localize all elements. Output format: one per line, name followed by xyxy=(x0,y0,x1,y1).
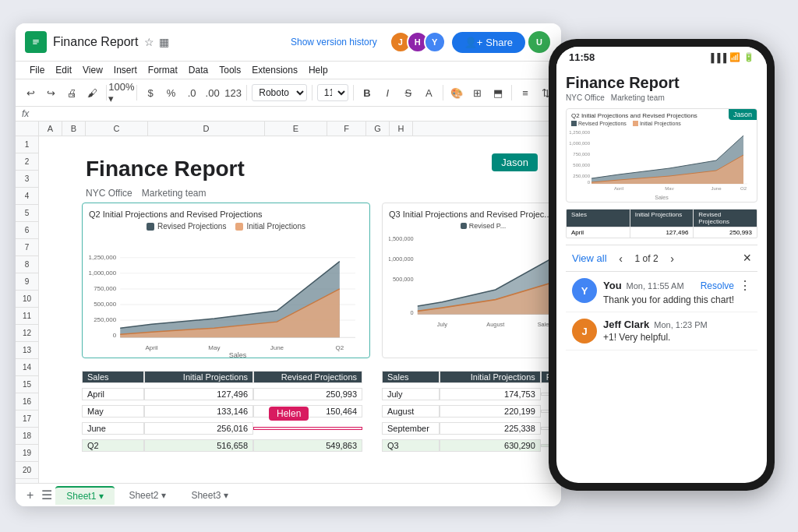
dt-q3-row-september[interactable]: September 225,338 xyxy=(382,420,561,437)
rh-11[interactable]: 11 xyxy=(16,308,38,325)
currency-button[interactable]: $ xyxy=(142,83,160,103)
rh-1[interactable]: 1 xyxy=(16,136,38,153)
menu-extensions[interactable]: Extensions xyxy=(247,63,302,77)
decimal-dec-button[interactable]: .0 xyxy=(183,83,201,103)
rh-14[interactable]: 14 xyxy=(16,359,38,376)
title-icons: ☆ ▦ xyxy=(144,36,169,48)
zoom-button[interactable]: 100% ▾ xyxy=(111,83,132,103)
rh-12[interactable]: 12 xyxy=(16,325,38,342)
italic-button[interactable]: I xyxy=(379,83,397,103)
dt-row-april[interactable]: April 127,496 250,993 xyxy=(82,386,370,403)
dt-cell-april-revised: 250,993 xyxy=(253,388,362,400)
undo-button[interactable]: ↩ xyxy=(22,83,40,103)
scene: Finance Report ☆ ▦ Show version history … xyxy=(0,0,798,532)
legend-initial: Initial Projections xyxy=(235,222,305,231)
comment-more-button[interactable]: ⋮ xyxy=(739,278,751,293)
menu-format[interactable]: Format xyxy=(143,63,182,77)
sheet-tabs: + ☰ Sheet1 ▾ Sheet2 ▾ Sheet3 ▾ xyxy=(16,483,561,506)
prev-comment-button[interactable]: ‹ xyxy=(613,251,629,266)
font-select[interactable]: Roboto xyxy=(252,84,307,101)
phone-mini-row-april[interactable]: April 127,496 250,993 xyxy=(567,227,757,238)
dt-q3-row-july[interactable]: July 174,753 xyxy=(382,386,561,403)
separator-1 xyxy=(106,85,107,100)
menu-file[interactable]: File xyxy=(25,63,49,77)
star-icon[interactable]: ☆ xyxy=(144,36,154,48)
rh-4[interactable]: 4 xyxy=(16,188,38,205)
merge-button[interactable]: ⬒ xyxy=(489,83,507,103)
menu-edit[interactable]: Edit xyxy=(51,63,76,77)
decimal-inc-button[interactable]: .00 xyxy=(203,83,221,103)
menu-tools[interactable]: Tools xyxy=(214,63,245,77)
dt-q3-row-august[interactable]: August 220,199 xyxy=(382,403,561,420)
col-header-g[interactable]: G xyxy=(366,122,390,136)
col-header-h[interactable]: H xyxy=(390,122,413,136)
rh-8[interactable]: 8 xyxy=(16,256,38,273)
fill-color-button[interactable]: 🎨 xyxy=(447,83,465,103)
avatar-3: Y xyxy=(424,31,446,53)
menu-help[interactable]: Help xyxy=(304,63,333,77)
rh-6[interactable]: 6 xyxy=(16,222,38,239)
align-button[interactable]: ≡ xyxy=(517,83,535,103)
resolve-button[interactable]: Resolve xyxy=(701,280,734,291)
comment-item-you: Y You Mon, 11:55 AM Resolve ⋮ Thank you … xyxy=(566,272,757,312)
rh-20[interactable]: 20 xyxy=(16,462,38,479)
comment-avatar-you: Y xyxy=(572,278,597,303)
col-header-f[interactable]: F xyxy=(327,122,366,136)
sheet-list-button[interactable]: ☰ xyxy=(41,488,52,502)
rh-15[interactable]: 15 xyxy=(16,376,38,393)
share-button[interactable]: 👤+ Share xyxy=(452,32,525,53)
paint-format-button[interactable]: 🖌 xyxy=(84,83,102,103)
version-history-link[interactable]: Show version history xyxy=(291,37,377,48)
strikethrough-button[interactable]: S xyxy=(400,83,418,103)
next-comment-button[interactable]: › xyxy=(665,251,680,266)
dt-q3-row-q3[interactable]: Q3 630,290 xyxy=(382,437,561,454)
rh-9[interactable]: 9 xyxy=(16,273,38,291)
print-button[interactable]: 🖨 xyxy=(63,83,81,103)
view-all-link[interactable]: View all xyxy=(572,252,607,264)
sheet-tab-1[interactable]: Sheet1 ▾ xyxy=(55,486,115,505)
rh-10[interactable]: 10 xyxy=(16,291,38,308)
dt-q3-cell-september-initial: 225,338 xyxy=(440,422,540,435)
bold-button[interactable]: B xyxy=(358,83,376,103)
sheet-tab-3[interactable]: Sheet3 ▾ xyxy=(180,487,239,504)
rh-16[interactable]: 16 xyxy=(16,393,38,410)
format-number-button[interactable]: 123 xyxy=(224,83,242,103)
user-avatar[interactable]: U xyxy=(527,30,552,55)
menu-insert[interactable]: Insert xyxy=(109,63,142,77)
rh-3[interactable]: 3 xyxy=(16,171,38,188)
col-header-c[interactable]: C xyxy=(86,122,148,136)
dt-cell-june-revised[interactable] xyxy=(253,427,362,430)
rh-18[interactable]: 18 xyxy=(16,428,38,445)
border-button[interactable]: ⊞ xyxy=(468,83,486,103)
menu-view[interactable]: View xyxy=(78,63,108,77)
dt-row-june[interactable]: June 256,016 xyxy=(82,420,370,437)
font-color-button[interactable]: A xyxy=(420,83,438,103)
font-size-select[interactable]: 11 xyxy=(317,84,348,101)
rh-7[interactable]: 7 xyxy=(16,239,38,256)
phone-chart: Jason Q2 Initial Projections and Revised… xyxy=(566,108,757,203)
col-header-a[interactable]: A xyxy=(39,122,62,136)
rh-19[interactable]: 19 xyxy=(16,445,38,462)
percent-button[interactable]: % xyxy=(162,83,180,103)
sheet-tab-2[interactable]: Sheet2 ▾ xyxy=(118,487,177,504)
phone-mini-header-initial: Initial Projections xyxy=(630,210,694,227)
rh-17[interactable]: 17 xyxy=(16,410,38,428)
col-header-b[interactable]: B xyxy=(62,122,86,136)
col-header-d[interactable]: D xyxy=(148,122,265,136)
chart-q3: Q3 Initial Projections and Revised Proje… xyxy=(382,203,561,358)
rh-13[interactable]: 13 xyxy=(16,342,38,359)
close-comments-button[interactable]: × xyxy=(743,250,751,266)
rh-5[interactable]: 5 xyxy=(16,205,38,222)
legend-revised: Revised Projections xyxy=(147,222,226,231)
sheets-icon xyxy=(25,31,47,53)
drive-icon[interactable]: ▦ xyxy=(159,36,169,48)
dt-row-q2[interactable]: Q2 516,658 549,863 xyxy=(82,437,370,454)
dt-row-may[interactable]: May 133,146 150,464 xyxy=(82,403,370,420)
add-sheet-button[interactable]: + xyxy=(22,488,38,502)
menu-data[interactable]: Data xyxy=(184,63,213,77)
redo-button[interactable]: ↪ xyxy=(43,83,61,103)
rh-2[interactable]: 2 xyxy=(16,153,38,171)
col-header-e[interactable]: E xyxy=(265,122,327,136)
legend-initial-dot xyxy=(235,223,243,231)
rh-21[interactable]: 21 xyxy=(16,479,38,483)
